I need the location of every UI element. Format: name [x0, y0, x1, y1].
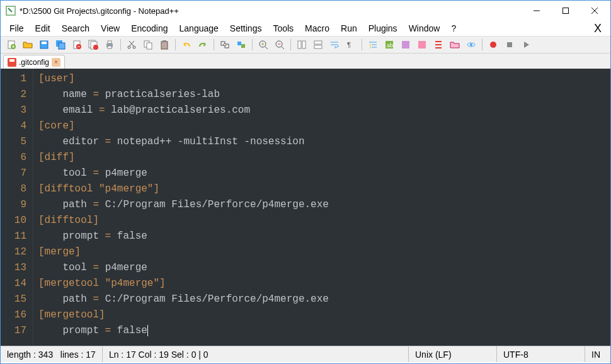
- close-file-icon[interactable]: [70, 38, 84, 52]
- svg-rect-36: [314, 45, 322, 48]
- svg-rect-45: [507, 42, 512, 47]
- copy-icon[interactable]: [141, 38, 155, 52]
- play-icon[interactable]: [519, 38, 533, 52]
- svg-rect-41: [418, 41, 426, 48]
- print-icon[interactable]: [103, 38, 117, 52]
- menu-macro[interactable]: Macro: [300, 22, 334, 35]
- save-icon[interactable]: [37, 38, 51, 52]
- line-number: 10: [3, 213, 26, 229]
- menu-window[interactable]: Window: [404, 22, 445, 35]
- line-number: 4: [3, 118, 26, 134]
- all-chars-icon[interactable]: ¶: [344, 38, 358, 52]
- tab-strip: .gitconfig ×: [1, 54, 610, 69]
- menu-file[interactable]: File: [4, 22, 29, 35]
- tab-label: .gitconfig: [19, 58, 49, 67]
- line-number: 7: [3, 166, 26, 181]
- monitor-icon[interactable]: [464, 38, 478, 52]
- svg-rect-18: [108, 41, 111, 43]
- close-all-icon[interactable]: [86, 38, 100, 52]
- zoom-out-icon[interactable]: [273, 38, 287, 52]
- toolbar: ¶ ab: [1, 36, 610, 54]
- svg-point-43: [470, 43, 472, 46]
- func-list-icon[interactable]: [431, 38, 445, 52]
- status-encoding[interactable]: UTF-8: [497, 346, 585, 362]
- sync-h-icon[interactable]: [311, 38, 325, 52]
- menu-help[interactable]: ?: [446, 22, 461, 35]
- status-length: length : 343 lines : 17: [1, 346, 103, 362]
- line-number: 13: [3, 260, 26, 276]
- line-number: 2: [3, 87, 26, 103]
- toolbar-separator: [120, 39, 121, 50]
- zoom-in-icon[interactable]: [256, 38, 270, 52]
- status-eol[interactable]: Unix (LF): [409, 346, 497, 362]
- svg-rect-11: [59, 43, 65, 49]
- doc-map2-icon[interactable]: [415, 38, 429, 52]
- indent-guide-icon[interactable]: [366, 38, 380, 52]
- status-mode[interactable]: IN: [585, 346, 610, 362]
- line-number-gutter: 1 2 3 4 5 6 7 8 9 10 11 12 13 14 15 16 1…: [1, 69, 33, 346]
- stop-icon[interactable]: [503, 38, 517, 52]
- find-icon[interactable]: [218, 38, 232, 52]
- svg-point-44: [490, 42, 496, 48]
- window-titlebar: *D:\2500 Git Projects\.gitconfig - Notep…: [1, 1, 610, 21]
- svg-rect-24: [161, 42, 168, 49]
- editor-area[interactable]: 1 2 3 4 5 6 7 8 9 10 11 12 13 14 15 16 1…: [1, 69, 610, 346]
- minimize-button[interactable]: [522, 1, 551, 21]
- wrap-icon[interactable]: [328, 38, 341, 52]
- open-file-icon[interactable]: [21, 38, 35, 52]
- line-number: 9: [3, 197, 26, 213]
- code-content[interactable]: [user] name = practicalseries-lab email …: [33, 69, 610, 346]
- close-button[interactable]: [580, 1, 609, 21]
- status-bar: length : 343 lines : 17 Ln : 17 Col : 19…: [1, 346, 610, 362]
- menu-settings[interactable]: Settings: [225, 22, 267, 35]
- menu-close-x[interactable]: X: [589, 22, 607, 35]
- svg-rect-29: [237, 42, 241, 45]
- unsaved-icon: [8, 58, 16, 67]
- menu-language[interactable]: Language: [174, 22, 224, 35]
- line-number: 14: [3, 276, 26, 292]
- menu-tools[interactable]: Tools: [268, 22, 299, 35]
- lang-icon[interactable]: ab: [382, 38, 396, 52]
- save-all-icon[interactable]: [54, 38, 67, 52]
- line-number: 11: [3, 229, 26, 244]
- svg-rect-9: [42, 42, 47, 44]
- folder-icon[interactable]: [448, 38, 462, 52]
- tab-gitconfig[interactable]: .gitconfig ×: [3, 55, 65, 69]
- text-caret: [147, 325, 148, 336]
- maximize-button[interactable]: [551, 1, 580, 21]
- toolbar-separator: [175, 39, 176, 50]
- menu-edit[interactable]: Edit: [30, 22, 55, 35]
- sync-v-icon[interactable]: [295, 38, 309, 52]
- line-number: 3: [3, 103, 26, 118]
- svg-point-28: [224, 43, 226, 46]
- line-number: 5: [3, 134, 26, 150]
- window-controls: [522, 1, 609, 21]
- svg-point-20: [128, 46, 130, 48]
- menu-run[interactable]: Run: [336, 22, 362, 35]
- tab-close-icon[interactable]: ×: [52, 58, 60, 67]
- record-icon[interactable]: [486, 38, 500, 52]
- undo-icon[interactable]: [180, 38, 193, 52]
- redo-icon[interactable]: [196, 38, 210, 52]
- menu-search[interactable]: Search: [57, 22, 94, 35]
- svg-rect-34: [302, 41, 306, 48]
- status-position: Ln : 17 Col : 19 Sel : 0 | 0: [103, 346, 409, 362]
- new-file-icon[interactable]: [4, 38, 18, 52]
- svg-rect-35: [314, 41, 322, 44]
- line-number: 16: [3, 307, 26, 323]
- code-text: [user]: [38, 73, 75, 84]
- doc-map-icon[interactable]: [399, 38, 413, 52]
- line-number: 6: [3, 150, 26, 166]
- toolbar-separator: [482, 39, 483, 50]
- toolbar-separator: [362, 39, 362, 50]
- cut-icon[interactable]: [125, 38, 139, 52]
- paste-icon[interactable]: [157, 38, 171, 52]
- menu-encoding[interactable]: Encoding: [126, 22, 173, 35]
- menu-view[interactable]: View: [96, 22, 125, 35]
- replace-icon[interactable]: [234, 38, 248, 52]
- svg-rect-30: [241, 44, 245, 48]
- menu-plugins[interactable]: Plugins: [363, 22, 403, 35]
- svg-text:¶: ¶: [347, 41, 351, 48]
- svg-point-21: [133, 46, 135, 48]
- line-number: 12: [3, 244, 26, 260]
